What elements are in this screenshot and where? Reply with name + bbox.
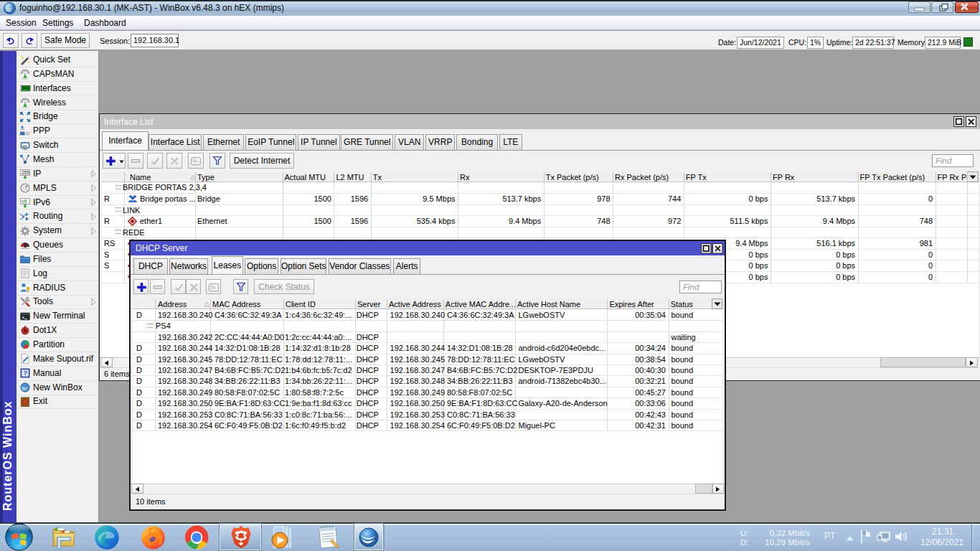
svg-text:255: 255 bbox=[22, 170, 29, 175]
svg-text:v6: v6 bbox=[22, 199, 27, 204]
svg-text:?: ? bbox=[24, 369, 28, 377]
